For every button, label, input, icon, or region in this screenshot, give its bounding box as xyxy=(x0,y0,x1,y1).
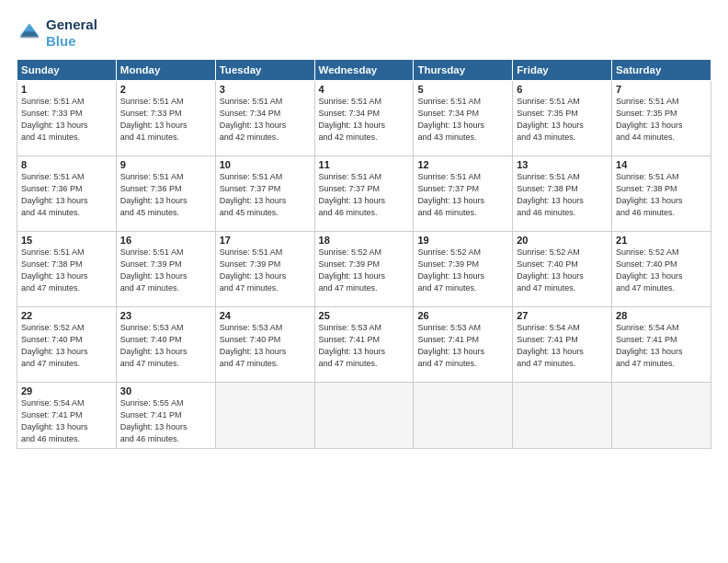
day-number: 11 xyxy=(319,159,410,170)
day-info: Sunrise: 5:51 AMSunset: 7:36 PMDaylight:… xyxy=(21,171,112,219)
day-info: Sunrise: 5:51 AMSunset: 7:39 PMDaylight:… xyxy=(120,247,211,294)
week-row-5: 29Sunrise: 5:54 AMSunset: 7:41 PMDayligh… xyxy=(17,383,711,449)
header-cell-sunday: Sunday xyxy=(17,60,117,81)
day-cell: 15Sunrise: 5:51 AMSunset: 7:38 PMDayligh… xyxy=(17,232,117,307)
day-cell xyxy=(612,383,711,449)
logo-line1: General xyxy=(46,17,97,33)
day-number: 4 xyxy=(319,84,410,95)
header-cell-saturday: Saturday xyxy=(612,60,711,81)
day-info: Sunrise: 5:51 AMSunset: 7:34 PMDaylight:… xyxy=(319,96,410,144)
day-cell: 6Sunrise: 5:51 AMSunset: 7:35 PMDaylight… xyxy=(513,81,612,156)
day-number: 26 xyxy=(417,310,508,321)
day-number: 13 xyxy=(517,159,608,170)
day-number: 15 xyxy=(21,235,112,246)
day-info: Sunrise: 5:53 AMSunset: 7:41 PMDaylight:… xyxy=(319,322,410,370)
day-cell xyxy=(414,383,513,449)
day-info: Sunrise: 5:52 AMSunset: 7:40 PMDaylight:… xyxy=(616,247,707,294)
day-number: 23 xyxy=(120,310,211,321)
day-number: 5 xyxy=(417,84,508,95)
day-cell: 13Sunrise: 5:51 AMSunset: 7:38 PMDayligh… xyxy=(513,156,612,232)
week-row-2: 8Sunrise: 5:51 AMSunset: 7:36 PMDaylight… xyxy=(17,156,711,232)
day-info: Sunrise: 5:51 AMSunset: 7:37 PMDaylight:… xyxy=(220,171,311,219)
calendar-table: SundayMondayTuesdayWednesdayThursdayFrid… xyxy=(17,59,711,449)
day-number: 2 xyxy=(120,84,211,95)
logo-icon xyxy=(17,20,42,46)
header-cell-wednesday: Wednesday xyxy=(314,60,414,81)
header-cell-thursday: Thursday xyxy=(414,60,513,81)
day-cell: 28Sunrise: 5:54 AMSunset: 7:41 PMDayligh… xyxy=(612,307,711,383)
day-cell: 14Sunrise: 5:51 AMSunset: 7:38 PMDayligh… xyxy=(612,156,711,232)
day-cell: 30Sunrise: 5:55 AMSunset: 7:41 PMDayligh… xyxy=(116,383,215,449)
day-number: 27 xyxy=(517,310,608,321)
day-info: Sunrise: 5:51 AMSunset: 7:37 PMDaylight:… xyxy=(319,171,410,219)
day-cell: 17Sunrise: 5:51 AMSunset: 7:39 PMDayligh… xyxy=(215,232,314,307)
day-info: Sunrise: 5:52 AMSunset: 7:40 PMDaylight:… xyxy=(21,322,112,370)
day-info: Sunrise: 5:54 AMSunset: 7:41 PMDaylight:… xyxy=(517,322,608,370)
day-cell: 24Sunrise: 5:53 AMSunset: 7:40 PMDayligh… xyxy=(215,307,314,383)
day-info: Sunrise: 5:52 AMSunset: 7:40 PMDaylight:… xyxy=(517,247,608,294)
day-number: 6 xyxy=(517,84,608,95)
day-cell: 2Sunrise: 5:51 AMSunset: 7:33 PMDaylight… xyxy=(116,81,215,156)
day-number: 12 xyxy=(417,159,508,170)
day-info: Sunrise: 5:51 AMSunset: 7:34 PMDaylight:… xyxy=(417,96,508,144)
day-number: 20 xyxy=(517,235,608,246)
calendar-body: 1Sunrise: 5:51 AMSunset: 7:33 PMDaylight… xyxy=(17,81,711,449)
day-number: 9 xyxy=(120,159,211,170)
header-cell-tuesday: Tuesday xyxy=(215,60,314,81)
day-cell: 10Sunrise: 5:51 AMSunset: 7:37 PMDayligh… xyxy=(215,156,314,232)
day-number: 8 xyxy=(21,159,112,170)
day-cell: 16Sunrise: 5:51 AMSunset: 7:39 PMDayligh… xyxy=(116,232,215,307)
day-cell: 3Sunrise: 5:51 AMSunset: 7:34 PMDaylight… xyxy=(215,81,314,156)
day-info: Sunrise: 5:51 AMSunset: 7:35 PMDaylight:… xyxy=(517,96,608,144)
day-number: 19 xyxy=(417,235,508,246)
day-cell xyxy=(314,383,414,449)
day-cell: 7Sunrise: 5:51 AMSunset: 7:35 PMDaylight… xyxy=(612,81,711,156)
day-cell xyxy=(215,383,314,449)
week-row-1: 1Sunrise: 5:51 AMSunset: 7:33 PMDaylight… xyxy=(17,81,711,156)
week-row-4: 22Sunrise: 5:52 AMSunset: 7:40 PMDayligh… xyxy=(17,307,711,383)
logo-line2: Blue xyxy=(46,33,76,49)
day-info: Sunrise: 5:51 AMSunset: 7:38 PMDaylight:… xyxy=(21,247,112,294)
page: General Blue SundayMondayTuesdayWednesda… xyxy=(0,0,728,563)
day-number: 22 xyxy=(21,310,112,321)
day-cell xyxy=(513,383,612,449)
header-cell-monday: Monday xyxy=(116,60,215,81)
day-number: 30 xyxy=(120,385,211,396)
day-info: Sunrise: 5:53 AMSunset: 7:41 PMDaylight:… xyxy=(417,322,508,370)
calendar-header: SundayMondayTuesdayWednesdayThursdayFrid… xyxy=(17,60,711,81)
day-cell: 4Sunrise: 5:51 AMSunset: 7:34 PMDaylight… xyxy=(314,81,414,156)
day-info: Sunrise: 5:53 AMSunset: 7:40 PMDaylight:… xyxy=(220,322,311,370)
day-cell: 12Sunrise: 5:51 AMSunset: 7:37 PMDayligh… xyxy=(414,156,513,232)
day-info: Sunrise: 5:51 AMSunset: 7:37 PMDaylight:… xyxy=(417,171,508,219)
week-row-3: 15Sunrise: 5:51 AMSunset: 7:38 PMDayligh… xyxy=(17,232,711,307)
day-info: Sunrise: 5:51 AMSunset: 7:33 PMDaylight:… xyxy=(21,96,112,144)
day-cell: 19Sunrise: 5:52 AMSunset: 7:39 PMDayligh… xyxy=(414,232,513,307)
day-info: Sunrise: 5:51 AMSunset: 7:35 PMDaylight:… xyxy=(616,96,707,144)
day-number: 18 xyxy=(319,235,410,246)
day-cell: 29Sunrise: 5:54 AMSunset: 7:41 PMDayligh… xyxy=(17,383,117,449)
day-cell: 1Sunrise: 5:51 AMSunset: 7:33 PMDaylight… xyxy=(17,81,117,156)
logo-text: General Blue xyxy=(46,17,97,50)
day-number: 14 xyxy=(616,159,707,170)
day-number: 25 xyxy=(319,310,410,321)
header: General Blue xyxy=(17,17,711,50)
header-row: SundayMondayTuesdayWednesdayThursdayFrid… xyxy=(17,60,711,81)
header-cell-friday: Friday xyxy=(513,60,612,81)
day-number: 24 xyxy=(220,310,311,321)
day-info: Sunrise: 5:52 AMSunset: 7:39 PMDaylight:… xyxy=(417,247,508,294)
day-cell: 5Sunrise: 5:51 AMSunset: 7:34 PMDaylight… xyxy=(414,81,513,156)
day-cell: 25Sunrise: 5:53 AMSunset: 7:41 PMDayligh… xyxy=(314,307,414,383)
day-cell: 8Sunrise: 5:51 AMSunset: 7:36 PMDaylight… xyxy=(17,156,117,232)
day-info: Sunrise: 5:51 AMSunset: 7:39 PMDaylight:… xyxy=(220,247,311,294)
day-info: Sunrise: 5:51 AMSunset: 7:36 PMDaylight:… xyxy=(120,171,211,219)
day-info: Sunrise: 5:54 AMSunset: 7:41 PMDaylight:… xyxy=(21,397,112,445)
day-number: 1 xyxy=(21,84,112,95)
day-info: Sunrise: 5:52 AMSunset: 7:39 PMDaylight:… xyxy=(319,247,410,294)
day-number: 3 xyxy=(220,84,311,95)
day-cell: 11Sunrise: 5:51 AMSunset: 7:37 PMDayligh… xyxy=(314,156,414,232)
day-cell: 22Sunrise: 5:52 AMSunset: 7:40 PMDayligh… xyxy=(17,307,117,383)
day-number: 28 xyxy=(616,310,707,321)
day-cell: 9Sunrise: 5:51 AMSunset: 7:36 PMDaylight… xyxy=(116,156,215,232)
logo: General Blue xyxy=(17,17,97,50)
day-number: 29 xyxy=(21,385,112,396)
